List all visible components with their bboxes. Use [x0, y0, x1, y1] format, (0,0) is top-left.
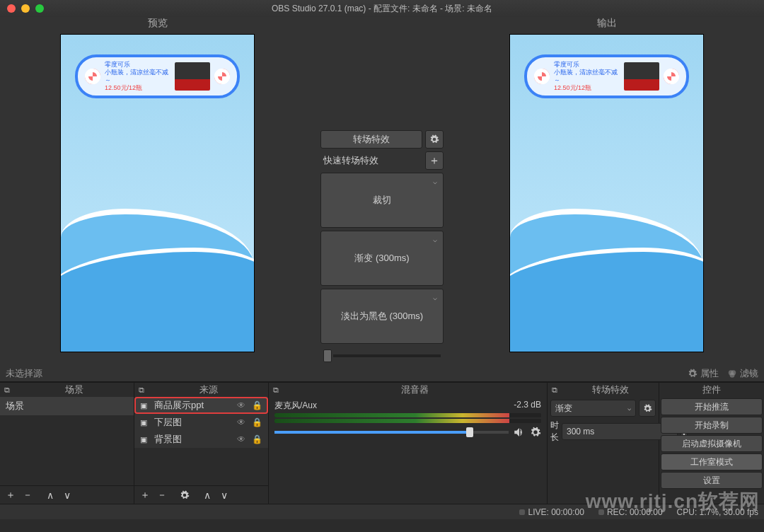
preview-pane: 预览 零度可乐 小瓶装，清凉丝毫不减～ 12.50元/12瓶 [0, 17, 315, 365]
lifesaver-icon [534, 69, 550, 84]
source-item[interactable]: ▣ 背景图 👁 🔒 [134, 431, 268, 448]
gear-icon[interactable] [425, 130, 444, 149]
sources-dock: ⧉来源 ▣ 商品展示ppt 👁 🔒▣ 下层图 👁 🔒▣ 背景图 👁 🔒 ＋ － … [134, 383, 269, 504]
scenes-dock: ⧉场景 场景 ＋ － ∧ ∨ [0, 383, 134, 504]
duration-label: 时长 [550, 420, 559, 444]
move-up-button[interactable]: ∧ [42, 488, 58, 502]
product-image [175, 62, 210, 91]
statusbar: LIVE: 00:00:00 REC: 00:00:00 CPU: 1.7%, … [0, 504, 764, 519]
filters-button[interactable]: 滤镜 [727, 367, 758, 380]
window-title: OBS Studio 27.0.1 (mac) - 配置文件: 未命名 - 场景… [272, 3, 492, 15]
source-type-icon: ▣ [140, 435, 150, 444]
lock-icon[interactable]: 🔒 [251, 434, 262, 444]
rec-status: REC: 00:00:00 [598, 507, 663, 517]
source-properties-button[interactable] [177, 488, 192, 502]
no-source-label: 未选择源 [6, 367, 42, 380]
properties-button[interactable]: 属性 [688, 367, 719, 380]
output-canvas[interactable]: 零度可乐 小瓶装，清凉丝毫不减～ 12.50元/12瓶 [509, 34, 704, 352]
transition-select[interactable]: 渐变 [550, 400, 636, 417]
selection-bar: 未选择源 属性 滤镜 [0, 365, 764, 382]
lifesaver-icon [214, 69, 230, 84]
visibility-icon[interactable]: 👁 [236, 400, 247, 410]
gear-icon[interactable] [639, 400, 656, 417]
transition-slider[interactable] [320, 347, 444, 365]
add-scene-button[interactable]: ＋ [3, 488, 18, 502]
add-icon[interactable]: ＋ [425, 151, 444, 170]
remove-source-button[interactable]: － [154, 488, 170, 502]
minimize-button[interactable] [21, 4, 30, 13]
control-button[interactable]: 设置 [661, 472, 763, 489]
maximize-button[interactable] [35, 4, 44, 13]
move-up-button[interactable]: ∧ [199, 488, 215, 502]
fade-transition[interactable]: 渐变 (300ms) [320, 231, 444, 286]
source-item[interactable]: ▣ 商品展示ppt 👁 🔒 [134, 397, 268, 414]
source-type-icon: ▣ [140, 418, 150, 427]
svg-point-2 [730, 372, 735, 377]
transition-button[interactable]: 转场特效 [320, 130, 422, 149]
mic-label: 麦克风/Aux [274, 400, 317, 412]
move-down-button[interactable]: ∨ [216, 488, 232, 502]
source-item[interactable]: ▣ 下层图 👁 🔒 [134, 414, 268, 431]
source-type-icon: ▣ [140, 401, 150, 410]
live-status: LIVE: 00:00:00 [519, 507, 584, 517]
close-button[interactable] [7, 4, 16, 13]
center-controls: 转场特效 快速转场特效 ＋ 裁切 渐变 (300ms) 淡出为黑色 (300ms… [315, 17, 449, 365]
source-name: 商品展示ppt [154, 399, 231, 412]
scene-item[interactable]: 场景 [0, 397, 134, 415]
source-name: 背景图 [154, 433, 231, 446]
scenes-title: 场景 [14, 383, 134, 396]
popout-icon[interactable]: ⧉ [548, 386, 562, 395]
transition-dock: ⧉转场特效 渐变 时长 ▲▼ [548, 383, 659, 504]
output-label: 输出 [449, 17, 764, 31]
volume-slider[interactable] [274, 431, 509, 434]
move-down-button[interactable]: ∨ [59, 488, 75, 502]
docks: ⧉场景 场景 ＋ － ∧ ∨ ⧉来源 ▣ 商品展示ppt 👁 🔒▣ 下层图 👁 … [0, 382, 764, 504]
visibility-icon[interactable]: 👁 [236, 434, 247, 444]
preview-label: 预览 [0, 17, 315, 31]
product-card: 零度可乐 小瓶装，清凉丝毫不减～ 12.50元/12瓶 [75, 54, 240, 98]
visibility-icon[interactable]: 👁 [236, 417, 247, 427]
mic-db: -2.3 dB [514, 400, 541, 412]
mixer-title: 混音器 [283, 383, 547, 396]
titlebar: OBS Studio 27.0.1 (mac) - 配置文件: 未命名 - 场景… [0, 0, 764, 17]
lifesaver-icon [664, 69, 679, 84]
mixer-channel: 麦克风/Aux -2.3 dB [269, 397, 547, 441]
fadeblack-transition[interactable]: 淡出为黑色 (300ms) [320, 289, 444, 344]
remove-scene-button[interactable]: － [20, 488, 35, 502]
quick-transition-label: 快速转场特效 [320, 151, 422, 170]
product-price: 12.50元/12瓶 [105, 84, 170, 92]
popout-icon[interactable]: ⧉ [0, 386, 14, 395]
window-controls [0, 4, 44, 13]
product-card: 零度可乐 小瓶装，清凉丝毫不减～ 12.50元/12瓶 [524, 54, 689, 98]
lifesaver-icon [85, 69, 100, 84]
preview-canvas[interactable]: 零度可乐 小瓶装，清凉丝毫不减～ 12.50元/12瓶 [60, 34, 255, 352]
control-button[interactable]: 开始推流 [661, 398, 763, 415]
controls-dock: 控件 开始推流开始录制启动虚拟摄像机工作室模式设置 [659, 383, 764, 504]
add-source-button[interactable]: ＋ [137, 488, 153, 502]
control-button[interactable]: 启动虚拟摄像机 [661, 435, 763, 452]
controls-title: 控件 [659, 383, 764, 396]
transition-title: 转场特效 [562, 383, 659, 396]
product-desc: 小瓶装，清凉丝毫不减～ [105, 69, 170, 84]
gear-icon[interactable] [530, 427, 541, 438]
audio-meter [274, 419, 541, 423]
audio-meter [274, 413, 541, 417]
lock-icon[interactable]: 🔒 [251, 417, 262, 427]
product-title: 零度可乐 [105, 61, 170, 69]
cpu-status: CPU: 1.7%, 30.00 fps [677, 507, 758, 517]
lock-icon[interactable]: 🔒 [251, 400, 262, 410]
cut-transition[interactable]: 裁切 [320, 173, 444, 228]
popout-icon[interactable]: ⧉ [134, 386, 149, 395]
mixer-dock: ⧉混音器 麦克风/Aux -2.3 dB [269, 383, 548, 504]
studio-area: 预览 零度可乐 小瓶装，清凉丝毫不减～ 12.50元/12瓶 转场特效 [0, 17, 764, 365]
source-name: 下层图 [154, 416, 231, 429]
popout-icon[interactable]: ⧉ [269, 386, 283, 395]
product-image [624, 62, 659, 91]
control-button[interactable]: 开始录制 [661, 417, 763, 434]
sources-title: 来源 [149, 383, 268, 396]
speaker-icon[interactable] [513, 426, 526, 439]
output-pane: 输出 零度可乐 小瓶装，清凉丝毫不减～ 12.50元/12瓶 [449, 17, 764, 365]
control-button[interactable]: 工作室模式 [661, 453, 763, 470]
